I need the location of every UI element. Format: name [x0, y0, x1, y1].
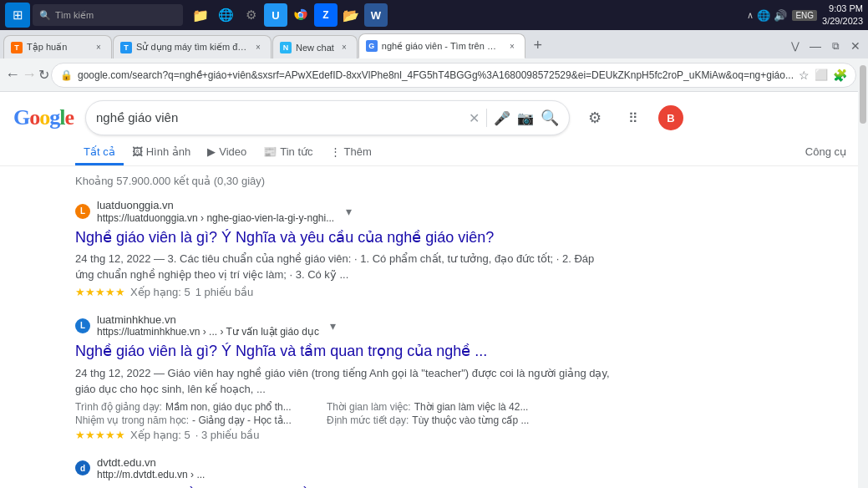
result2-title[interactable]: Nghề giáo viên là gì? Ý Nghĩa và tầm qua… [75, 341, 613, 362]
scrollbar-track[interactable] [858, 58, 868, 488]
minimize-button[interactable]: — [806, 37, 825, 55]
snippet-row-1a: Trình độ giảng dạy: Mầm non, giáo dục ph… [75, 401, 325, 413]
video-label: Video [219, 145, 246, 158]
result1-rating-label: Xếp hạng: 5 [130, 286, 190, 298]
result1-desc: 24 thg 12, 2022 — 3. Các tiêu chuẩn của … [75, 251, 613, 283]
tab-1[interactable]: T Tập huấn × [3, 35, 112, 58]
antivirus-app[interactable]: U [264, 3, 287, 27]
filter-tab-them[interactable]: ⋮ Thêm [322, 140, 380, 165]
result1-site-url[interactable]: https://luatduonggia.vn › nghe-giao-vien… [97, 212, 334, 224]
image-search-icon[interactable]: 📷 [517, 110, 534, 126]
result1-title[interactable]: Nghề giáo viên là gì? Ý Nghĩa và yêu cầu… [75, 227, 613, 248]
settings-app[interactable]: ⚙ [239, 3, 262, 27]
result1-site-info: luatduonggia.vn https://luatduonggia.vn … [97, 199, 334, 224]
tab-bar: T Tập huấn × T Sử dụng máy tìm kiếm để t… [0, 30, 868, 58]
scrollbar-thumb[interactable] [860, 65, 866, 124]
google-settings-icon[interactable]: ⚙ [581, 104, 608, 131]
snippet-val-2b: Tùy thuộc vào từng cấp ... [412, 414, 529, 426]
tat-ca-label: Tất cả [84, 145, 115, 158]
result1-stars: ★★★★★ [75, 286, 125, 298]
address-text: google.com/search?q=nghề+giáo+viên&sxsrf… [78, 69, 794, 81]
result2-more-icon[interactable]: ▾ [326, 318, 341, 333]
search-icon: 🔍 [39, 10, 51, 21]
back-button[interactable]: ← [5, 64, 20, 87]
search-clear-icon[interactable]: ✕ [469, 110, 480, 126]
tab-menu-button[interactable]: ⋁ [786, 37, 805, 55]
up-arrow-icon[interactable]: ∧ [747, 10, 754, 21]
edge-app[interactable]: 🌐 [214, 3, 237, 27]
maximize-button[interactable]: ⧉ [826, 37, 845, 55]
browser: T Tập huấn × T Sử dụng máy tìm kiếm để t… [0, 30, 868, 488]
address-bar[interactable]: 🔒 google.com/search?q=nghề+giáo+viên&sxs… [51, 63, 856, 88]
folder-app[interactable]: 📂 [339, 3, 363, 27]
taskbar-apps: 📁 🌐 ⚙ U Z 📂 W [189, 3, 388, 27]
google-logo[interactable]: Google [13, 105, 74, 130]
tab-3[interactable]: N New chat × [272, 35, 358, 58]
them-icon: ⋮ [330, 145, 341, 158]
screenshot-icon[interactable]: ⬜ [815, 69, 828, 81]
zalo-app[interactable]: Z [314, 3, 338, 27]
tab-2[interactable]: T Sử dụng máy tìm kiếm để tìm hi... × [113, 35, 272, 58]
tab1-label: Tập huấn [27, 42, 89, 53]
tab1-favicon: T [11, 42, 23, 53]
tin-tuc-label: Tin tức [280, 145, 312, 158]
result3-site-name: dvtdt.edu.vn [97, 456, 205, 470]
tab3-favicon: N [280, 42, 292, 53]
clock[interactable]: 9:03 PM 3/29/2023 [822, 3, 863, 28]
bookmark-icon[interactable]: ☆ [799, 69, 810, 82]
main-search-bar[interactable]: ✕ 🎤 📷 🔍 [85, 100, 570, 135]
network-icon: 🌐 [757, 9, 770, 22]
google-apps-icon[interactable]: ⠿ [620, 104, 647, 131]
result2-site-name: luatminhkhue.vn [97, 313, 319, 327]
result3-title[interactable]: Vì sao chọn nghề giáo viên? Nghề giáo vi… [75, 484, 613, 488]
result2-snippet-cols: Trình độ giảng dạy: Mầm non, giáo dục ph… [75, 401, 576, 426]
result2-votes: · 3 phiếu bầu [195, 429, 260, 441]
results-area: Khoảng 57.900.000 kết quả (0,30 giây) L … [0, 166, 627, 488]
filter-tab-video[interactable]: ▶ Video [199, 140, 255, 165]
extension-icon[interactable]: 🧩 [833, 69, 847, 82]
snippet-val-2a: - Giảng dạy - Học tả... [192, 414, 292, 426]
filter-tab-hinh-anh[interactable]: 🖼 Hình ảnh [124, 140, 200, 165]
search-label: Tìm kiếm [55, 10, 94, 21]
result3-site-info: dvtdt.edu.vn http://m.dvtdt.edu.vn › ... [97, 456, 205, 481]
result-item-1: L luatduonggia.vn https://luatduonggia.v… [75, 199, 613, 298]
start-button[interactable]: ⊞ [5, 3, 30, 28]
tin-tuc-icon: 📰 [263, 145, 277, 158]
hinh-anh-icon: 🖼 [132, 145, 143, 158]
lang-badge[interactable]: ENG [792, 10, 817, 21]
tab-controls: ⋁ — ⧉ ✕ [786, 37, 865, 58]
result1-more-icon[interactable]: ▾ [341, 204, 356, 219]
tools-button[interactable]: Công cụ [797, 140, 855, 165]
result2-desc: 24 thg 12, 2022 — Giáo viên hay nghề giá… [75, 365, 613, 398]
snippet-row-1b: Thời gian làm việc: Thời gian làm việc l… [327, 401, 576, 413]
google-header: Google ✕ 🎤 📷 🔍 ⚙ ⠿ B [0, 92, 868, 135]
tab2-close[interactable]: × [252, 42, 264, 53]
tab3-close[interactable]: × [338, 42, 350, 53]
chrome-app[interactable] [289, 3, 312, 27]
tab4-close[interactable]: × [506, 40, 518, 52]
search-input[interactable] [96, 111, 462, 125]
taskbar-right: ∧ 🌐 🔊 ENG 9:03 PM 3/29/2023 [747, 3, 863, 28]
search-bar[interactable]: 🔍 Tìm kiếm [33, 4, 183, 26]
tab1-close[interactable]: × [93, 42, 104, 53]
filter-tab-tat-ca[interactable]: Tất cả [75, 140, 124, 165]
reload-button[interactable]: ↻ [38, 64, 49, 87]
filter-tabs-bar: Tất cả 🖼 Hình ảnh ▶ Video 📰 Tin tức ⋮ Th… [0, 135, 868, 166]
voice-search-icon[interactable]: 🎤 [494, 110, 510, 126]
word-app[interactable]: W [364, 3, 388, 27]
new-tab-button[interactable]: + [526, 33, 550, 57]
google-profile-button[interactable]: B [658, 105, 683, 130]
tab-4-active[interactable]: G nghề giáo viên - Tìm trên Google × [358, 33, 525, 58]
forward-button[interactable]: → [22, 64, 37, 87]
close-window-button[interactable]: ✕ [846, 37, 865, 55]
file-explorer-app[interactable]: 📁 [189, 3, 212, 27]
hinh-anh-label: Hình ảnh [146, 145, 191, 158]
result3-site-url[interactable]: http://m.dvtdt.edu.vn › ... [97, 469, 205, 480]
result2-site: L luatminhkhue.vn https://luatminhkhue.v… [75, 313, 613, 338]
search-submit-icon[interactable]: 🔍 [541, 109, 559, 127]
filter-tab-tin-tuc[interactable]: 📰 Tin tức [255, 140, 321, 165]
result2-favicon: L [75, 318, 90, 333]
result-item-2: L luatminhkhue.vn https://luatminhkhue.v… [75, 313, 613, 441]
results-count: Khoảng 57.900.000 kết quả (0,30 giây) [75, 171, 613, 191]
result2-site-url[interactable]: https://luatminhkhue.vn › ... › Tư vấn l… [97, 326, 319, 338]
